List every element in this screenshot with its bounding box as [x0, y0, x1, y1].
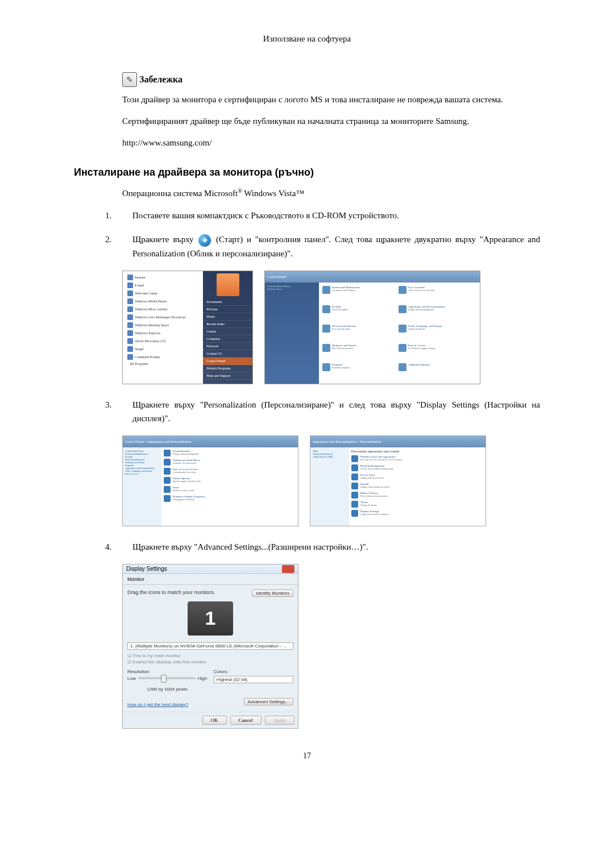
pz2-heading: Personalize appearance and sounds	[351, 450, 483, 453]
monitor-select: 1. (Multiple Monitors) on NVIDIA GeForce…	[127, 642, 293, 650]
os-prefix: Операционна система Microsoft	[122, 189, 238, 198]
pz-main: PersonalizationChange desktop background…	[161, 447, 298, 526]
pz2-sidebar: Tasks Change desktop icons Adjust font s…	[310, 447, 349, 526]
app-icon	[127, 298, 133, 304]
note-url: http://www.samsung.com/	[122, 136, 540, 149]
registered-mark: ®	[238, 188, 242, 194]
step-3: 3. Щракнете върху "Personalization (Перс…	[105, 398, 540, 425]
ok-button: OK	[202, 716, 227, 725]
screenshot-row-3: Display Settings Monitor Drag the icons …	[122, 564, 540, 729]
pz-item: SoundsChange which sounds are heard.	[351, 483, 483, 489]
category-icon	[399, 305, 406, 313]
dialog-tab: Monitor	[123, 574, 298, 585]
cp-address-bar: Control Panel	[265, 271, 480, 283]
resolution-slider-row: Low High	[127, 676, 207, 681]
monitor-number: 1	[205, 607, 216, 629]
screenshot-row-2: Control Panel > Appearance and Personali…	[122, 435, 540, 526]
item-icon	[351, 510, 358, 517]
app-icon	[127, 322, 133, 328]
os-line: Операционна система Microsoft® Windows V…	[122, 188, 540, 198]
resolution-value: 1280 by 1024 pixels	[127, 687, 207, 692]
header-text: Използване на софтуера	[263, 34, 351, 43]
check-extend-desktop: ☑ Extend the desktop onto this monitor	[127, 659, 293, 665]
pz-item: Display SettingsAdjust your monitor reso…	[351, 510, 483, 517]
note-para-2: Сертифицираният драйвер ще бъде публикув…	[122, 114, 540, 128]
colors-col: Colors: Highest (32 bit)	[214, 669, 293, 692]
sm-item: Welcome Center	[125, 289, 201, 297]
item-icon	[164, 495, 171, 502]
screenshot-row-1: Internet E-mail Welcome Center Windows M…	[122, 271, 540, 384]
start-orb-icon	[198, 234, 211, 247]
page-number: 17	[74, 751, 540, 761]
step-1: 1. Поставете вашия компактдиск с Ръковод…	[105, 209, 540, 222]
sm-item: SnagIt	[125, 345, 201, 353]
category-icon	[399, 286, 406, 294]
sm-right-item: Default Programs	[203, 365, 252, 372]
category-icon	[399, 344, 406, 352]
cp-addr-text: Control Panel	[267, 275, 286, 279]
os-suffix: Windows Vista™	[242, 189, 304, 198]
sm-right-item: Documents	[203, 298, 252, 306]
monitor-preview: 1	[188, 601, 233, 636]
pz2-address-bar: Appearance and Personalization > Persona…	[310, 436, 486, 447]
page-header: Използване на софтуера	[74, 34, 540, 44]
sm-item: Windows Live Messenger Download	[125, 313, 201, 321]
colors-select: Highest (32 bit)	[214, 676, 293, 683]
dialog-footer: OK Cancel Apply	[123, 712, 298, 728]
sm-right-item: Computer	[203, 335, 252, 343]
step-4: 4. Щракнете върху "Advanced Settings...(…	[105, 540, 540, 554]
category-icon	[322, 305, 330, 313]
item-icon	[164, 459, 171, 466]
step-2-prefix: Щракнете върху	[132, 235, 197, 244]
step-2: 2. Щракнете върху (Старт) и "контролния …	[105, 232, 540, 260]
app-icon	[127, 346, 133, 352]
drag-row: Drag the icons to match your monitors. I…	[127, 589, 293, 597]
step-1-text: Поставете вашия компактдиск с Ръководств…	[132, 209, 540, 222]
identify-button: Identify Monitors	[252, 589, 293, 597]
pz-item: Ease of Access CenterAccommodate low vis…	[164, 468, 296, 475]
resolution-colors-row: Resolution: Low High 1280 by 1024 pixels…	[127, 669, 293, 692]
step-4-num: 4.	[105, 540, 115, 554]
help-link: How do I get the best display?	[127, 702, 188, 707]
step-2-text: Щракнете върху (Старт) и "контролния пан…	[132, 232, 540, 260]
sm-right-item: Network	[203, 343, 252, 350]
sm-right-item: Help and Support	[203, 372, 252, 380]
sm-right-item: Music	[203, 313, 252, 321]
colors-label: Colors:	[214, 669, 293, 674]
low-label: Low	[127, 676, 136, 681]
item-icon	[164, 477, 171, 484]
note-title: Забележка	[139, 74, 182, 85]
cp-category: User AccountsAdd or remove user accounts	[399, 286, 472, 303]
app-icon	[127, 330, 133, 336]
pz-item: PersonalizationChange desktop background	[164, 450, 296, 456]
cp-side-item: Classic View	[267, 288, 317, 290]
resolution-label: Resolution:	[127, 669, 207, 674]
sm-item: E-mail	[125, 281, 201, 289]
app-icon	[127, 314, 133, 320]
item-icon	[351, 464, 358, 471]
screenshot-appearance: Control Panel > Appearance and Personali…	[122, 435, 298, 526]
sm-item: All Programs	[125, 361, 201, 367]
sm-item: Adobe Photoshop CS2	[125, 337, 201, 345]
cp-category: SecurityCheck for updates	[322, 305, 396, 322]
apply-button: Apply	[265, 716, 295, 725]
screenshot-start-menu: Internet E-mail Welcome Center Windows M…	[122, 271, 253, 384]
cp-category: Hardware and SoundPlay CDs automatically	[322, 344, 396, 361]
cp-category: System and MaintenanceGet started with W…	[322, 286, 396, 303]
pz-body: Control Panel Home System and Maintenanc…	[123, 447, 298, 526]
step-2-num: 2.	[105, 232, 115, 246]
category-icon	[322, 286, 330, 294]
app-icon	[127, 338, 133, 344]
step-3-num: 3.	[105, 398, 115, 412]
user-avatar	[217, 273, 239, 296]
item-icon	[164, 486, 171, 493]
cp-category: ProgramsUninstall a program	[322, 363, 396, 380]
step-4-text: Щракнете върху "Advanced Settings...(Раз…	[132, 540, 540, 554]
sm-right-item: Games	[203, 328, 252, 335]
item-icon	[164, 468, 171, 475]
note-header: ✎ Забележка	[122, 72, 540, 87]
sm-item: Windows Meeting Space	[125, 321, 201, 329]
cp-category: Additional Options	[399, 363, 472, 380]
note-icon: ✎	[122, 72, 137, 87]
item-icon	[351, 492, 358, 499]
